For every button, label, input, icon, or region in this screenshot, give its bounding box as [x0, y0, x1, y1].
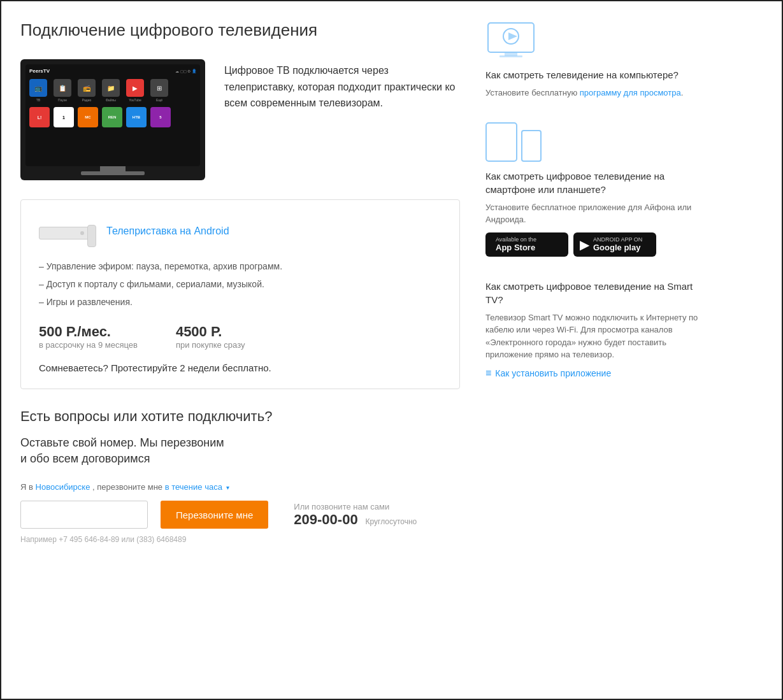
location-row: Я в Новосибирске , перезвоните мне в теч…: [20, 482, 460, 492]
example-text: Например +7 495 646-84-89 или (383) 6468…: [20, 535, 460, 544]
time-option-link[interactable]: в течение часа ▾: [165, 482, 229, 492]
call-back-prefix: , перезвоните мне: [92, 482, 162, 492]
mobile-text: Установите бесплатное приложение для Айф…: [485, 201, 702, 226]
tablet-shape: [485, 122, 517, 162]
time-option-text: в течение часа: [165, 482, 222, 492]
callback-row: Перезвоните мне Или позвоните нам сами 2…: [20, 501, 460, 529]
price-monthly-amount: 500 Р./мес.: [39, 324, 138, 340]
settop-link[interactable]: Телеприставка на Android: [106, 225, 229, 236]
settop-title: Телеприставка на Android: [106, 225, 229, 237]
program-link[interactable]: программу для просмотра: [580, 88, 681, 97]
android-icon: ▶: [580, 237, 589, 252]
googleplay-button[interactable]: ▶ ANDROID APP ON Google play: [573, 232, 656, 257]
svg-rect-2: [499, 55, 522, 57]
smarttv-heading: Как смотреть цифровое телевидение на Sma…: [485, 280, 702, 306]
price-monthly: 500 Р./мес. в рассрочку на 9 месяцев: [39, 324, 138, 350]
or-label: Или позвоните нам сами: [294, 502, 417, 511]
price-full: 4500 Р. при покупке сразу: [176, 324, 245, 350]
feature-item: Игры и развлечения.: [39, 293, 442, 311]
tablet-icon-area: [485, 122, 702, 162]
callback-button[interactable]: Перезвоните мне: [161, 501, 268, 529]
phone-shape: [521, 130, 542, 162]
list-icon: ≡: [485, 368, 491, 379]
monitor-icon-area: [485, 20, 702, 61]
monitor-icon: [485, 20, 536, 59]
app-buttons: Available on the App Store ▶ ANDROID APP…: [485, 232, 702, 257]
city-link[interactable]: Новосибирске: [36, 482, 90, 492]
top-description: Цифровое ТВ подключается через телеприст…: [224, 59, 460, 180]
sidebar: Как смотреть телевидение на компьютере? …: [485, 20, 702, 544]
googleplay-main-text: Google play: [593, 243, 642, 253]
computer-heading: Как смотреть телевидение на компьютере?: [485, 68, 702, 82]
settop-image: [39, 215, 96, 247]
sidebar-mobile-section: Как смотреть цифровое телевидение на сма…: [485, 122, 702, 257]
computer-text: Установите бесплатную программу для прос…: [485, 87, 702, 99]
svg-marker-4: [508, 32, 517, 40]
install-link[interactable]: Как установить приложение: [495, 368, 611, 378]
smarttv-text: Телевизор Smart TV можно подключить к Ин…: [485, 311, 702, 361]
chevron-down-icon: ▾: [226, 484, 229, 491]
promo-text: Сомневаетесь? Протестируйте 2 недели бес…: [39, 362, 442, 373]
location-prefix: Я в: [20, 482, 33, 492]
price-monthly-label: в рассрочку на 9 месяцев: [39, 340, 138, 350]
sidebar-smarttv-section: Как смотреть цифровое телевидение на Sma…: [485, 280, 702, 379]
contact-subtitle: Оставьте свой номер. Мы перезвоним и обо…: [20, 435, 460, 467]
googleplay-top-text: ANDROID APP ON: [593, 236, 642, 243]
appstore-top-text: Available on the: [496, 236, 536, 243]
price-full-amount: 4500 Р.: [176, 324, 245, 340]
tv-mockup: PeersTV ☁ ◻◻ ⚙ 👤 📺 ТВ 📋 Пауз: [20, 59, 205, 180]
settop-section: Телеприставка на Android Управление эфир…: [20, 199, 460, 389]
pricing-row: 500 Р./мес. в рассрочку на 9 месяцев 450…: [39, 324, 442, 350]
tv-image-container: PeersTV ☁ ◻◻ ⚙ 👤 📺 ТВ 📋 Пауз: [20, 59, 205, 180]
tv-screen: PeersTV ☁ ◻◻ ⚙ 👤 📺 ТВ 📋 Пауз: [25, 64, 200, 166]
phone-number: 209-00-00: [294, 511, 357, 527]
feature-item: Управление эфиром: пауза, перемотка, арх…: [39, 257, 442, 275]
appstore-main-text: App Store: [496, 243, 536, 253]
mobile-heading: Как смотреть цифровое телевидение на сма…: [485, 169, 702, 196]
price-full-label: при покупке сразу: [176, 340, 245, 350]
contact-title: Есть вопросы или хотите подключить?: [20, 408, 460, 425]
sidebar-computer-section: Как смотреть телевидение на компьютере? …: [485, 20, 702, 99]
or-section: Или позвоните нам сами 209-00-00 Круглос…: [294, 502, 417, 528]
computer-text-before: Установите бесплатную: [485, 88, 580, 97]
feature-item: Доступ к порталу с фильмами, сериалами, …: [39, 275, 442, 293]
install-link-row: ≡ Как установить приложение: [485, 368, 702, 379]
contact-section: Есть вопросы или хотите подключить? Оста…: [20, 408, 460, 544]
phone-input[interactable]: [20, 501, 148, 529]
phone-hours: Круглосуточно: [366, 517, 417, 526]
settop-features: Управление эфиром: пауза, перемотка, арх…: [39, 257, 442, 311]
page-title: Подключение цифрового телевидения: [20, 20, 460, 40]
appstore-button[interactable]: Available on the App Store: [485, 232, 568, 257]
computer-text-after: .: [681, 88, 684, 97]
